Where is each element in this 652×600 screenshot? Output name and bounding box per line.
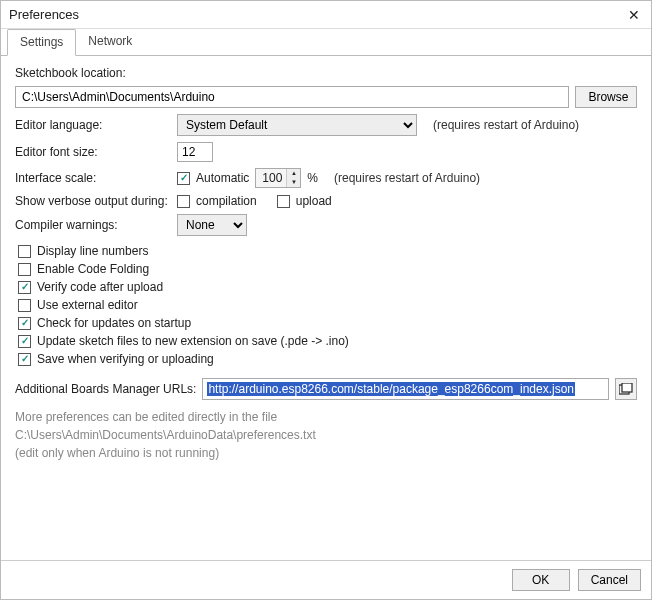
warnings-label: Compiler warnings: bbox=[15, 218, 171, 232]
preferences-footnote: More preferences can be edited directly … bbox=[15, 408, 637, 462]
option-label-0: Display line numbers bbox=[37, 244, 148, 258]
window-title: Preferences bbox=[9, 7, 79, 22]
verbose-label: Show verbose output during: bbox=[15, 194, 171, 208]
titlebar: Preferences ✕ bbox=[1, 1, 651, 29]
expand-urls-icon[interactable] bbox=[615, 378, 637, 400]
option-checkbox-1[interactable] bbox=[18, 263, 31, 276]
sketchbook-label: Sketchbook location: bbox=[15, 66, 126, 80]
chevron-down-icon[interactable]: ▼ bbox=[286, 178, 300, 187]
option-label-5: Update sketch files to new extension on … bbox=[37, 334, 349, 348]
scale-spinner[interactable]: 100 ▲▼ bbox=[255, 168, 301, 188]
option-checkbox-3[interactable] bbox=[18, 299, 31, 312]
dialog-buttons: OK Cancel bbox=[1, 560, 651, 599]
options-list: Display line numbersEnable Code Folding✓… bbox=[15, 242, 637, 368]
option-label-2: Verify code after upload bbox=[37, 280, 163, 294]
tab-network[interactable]: Network bbox=[76, 29, 144, 55]
font-size-input[interactable] bbox=[177, 142, 213, 162]
compilation-label: compilation bbox=[196, 194, 257, 208]
compilation-checkbox[interactable] bbox=[177, 195, 190, 208]
option-5: ✓Update sketch files to new extension on… bbox=[15, 332, 637, 350]
svg-rect-1 bbox=[622, 383, 632, 392]
option-label-1: Enable Code Folding bbox=[37, 262, 149, 276]
option-label-3: Use external editor bbox=[37, 298, 138, 312]
warnings-select[interactable]: None bbox=[177, 214, 247, 236]
option-1: Enable Code Folding bbox=[15, 260, 637, 278]
option-label-6: Save when verifying or uploading bbox=[37, 352, 214, 366]
ok-button[interactable]: OK bbox=[512, 569, 570, 591]
option-label-4: Check for updates on startup bbox=[37, 316, 191, 330]
option-3: Use external editor bbox=[15, 296, 637, 314]
tab-settings[interactable]: Settings bbox=[7, 29, 76, 56]
font-size-label: Editor font size: bbox=[15, 145, 171, 159]
boards-url-input[interactable]: http://arduino.esp8266.com/stable/packag… bbox=[202, 378, 609, 400]
option-checkbox-5[interactable]: ✓ bbox=[18, 335, 31, 348]
chevron-up-icon[interactable]: ▲ bbox=[286, 169, 300, 178]
scale-percent: % bbox=[307, 171, 318, 185]
tabs: Settings Network bbox=[1, 29, 651, 56]
upload-label: upload bbox=[296, 194, 332, 208]
automatic-label: Automatic bbox=[196, 171, 249, 185]
boards-url-label: Additional Boards Manager URLs: bbox=[15, 382, 196, 396]
option-4: ✓Check for updates on startup bbox=[15, 314, 637, 332]
scale-note: (requires restart of Arduino) bbox=[334, 171, 480, 185]
sketchbook-input[interactable] bbox=[15, 86, 569, 108]
cancel-button[interactable]: Cancel bbox=[578, 569, 641, 591]
editor-language-select[interactable]: System Default bbox=[177, 114, 417, 136]
option-checkbox-6[interactable]: ✓ bbox=[18, 353, 31, 366]
automatic-checkbox[interactable]: ✓ bbox=[177, 172, 190, 185]
option-checkbox-0[interactable] bbox=[18, 245, 31, 258]
editor-language-label: Editor language: bbox=[15, 118, 171, 132]
option-checkbox-2[interactable]: ✓ bbox=[18, 281, 31, 294]
option-0: Display line numbers bbox=[15, 242, 637, 260]
option-2: ✓Verify code after upload bbox=[15, 278, 637, 296]
option-checkbox-4[interactable]: ✓ bbox=[18, 317, 31, 330]
browse-button[interactable]: Browse bbox=[575, 86, 637, 108]
upload-checkbox[interactable] bbox=[277, 195, 290, 208]
preferences-window: Preferences ✕ Settings Network Sketchboo… bbox=[0, 0, 652, 600]
option-6: ✓Save when verifying or uploading bbox=[15, 350, 637, 368]
content-area: Sketchbook location: Browse Editor langu… bbox=[1, 56, 651, 560]
interface-scale-label: Interface scale: bbox=[15, 171, 171, 185]
editor-language-note: (requires restart of Arduino) bbox=[433, 118, 579, 132]
close-icon[interactable]: ✕ bbox=[623, 7, 645, 23]
